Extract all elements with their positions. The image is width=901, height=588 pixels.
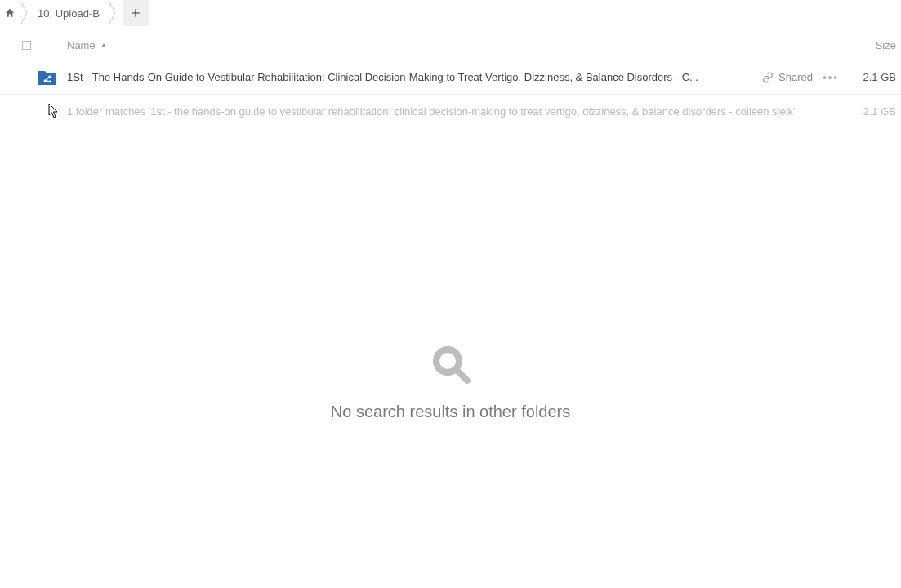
file-row-size: 2.1 GB xyxy=(847,71,896,83)
column-header-name[interactable]: Name xyxy=(52,39,839,51)
shared-indicator[interactable]: Shared xyxy=(762,71,813,83)
ellipsis-icon: ••• xyxy=(823,71,839,83)
breadcrumb-home[interactable] xyxy=(2,0,18,26)
breadcrumb-current-label: 10. Upload-B xyxy=(31,7,106,20)
file-row-actions: Shared ••• xyxy=(762,71,847,83)
column-header-row: Name Size xyxy=(0,31,901,60)
search-icon xyxy=(430,343,472,388)
file-row[interactable]: 1St - The Hands-On Guide to Vestibular R… xyxy=(0,60,901,95)
plus-icon xyxy=(130,7,141,19)
home-icon xyxy=(4,7,16,19)
file-row-name[interactable]: 1St - The Hands-On Guide to Vestibular R… xyxy=(67,71,762,83)
svg-line-6 xyxy=(457,370,467,381)
breadcrumb-separator xyxy=(18,0,31,26)
empty-state: No search results in other folders xyxy=(0,343,901,421)
summary-row: 1 folder matches '1st - the hands-on gui… xyxy=(0,95,901,127)
column-size-label: Size xyxy=(876,39,896,51)
checkbox-icon xyxy=(22,41,31,50)
file-row-iconcell xyxy=(0,69,67,87)
breadcrumb-add-button[interactable] xyxy=(123,0,149,26)
column-header-size[interactable]: Size xyxy=(839,39,896,51)
select-all-checkbox[interactable] xyxy=(0,41,52,50)
more-actions-button[interactable]: ••• xyxy=(821,71,841,83)
shared-label: Shared xyxy=(778,71,813,83)
link-icon xyxy=(762,72,774,83)
svg-line-4 xyxy=(46,81,49,82)
summary-size: 2.1 GB xyxy=(847,105,896,118)
breadcrumb-separator xyxy=(106,0,119,26)
breadcrumb: 10. Upload-B xyxy=(0,0,901,26)
summary-text: 1 folder matches '1st - the hands-on gui… xyxy=(67,105,847,118)
empty-state-message: No search results in other folders xyxy=(331,403,570,421)
column-name-label: Name xyxy=(67,39,96,51)
sort-ascending-icon xyxy=(100,42,107,49)
shared-folder-icon xyxy=(38,69,57,87)
breadcrumb-current[interactable]: 10. Upload-B xyxy=(31,0,106,26)
